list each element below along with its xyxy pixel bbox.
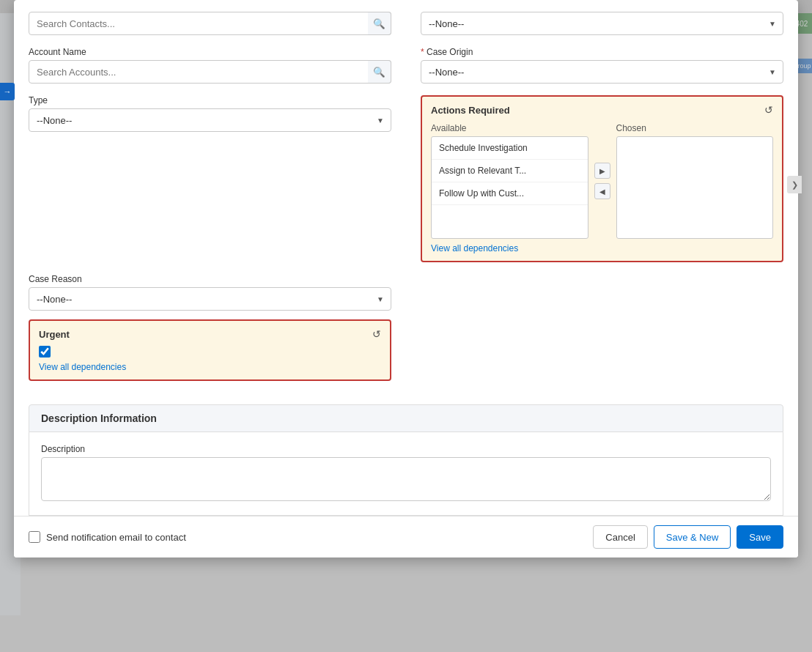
notification-label: Send notification email to contact: [46, 532, 186, 543]
modal-body: 🔍 --None-- ▼ Account Name: [14, 0, 798, 516]
case-origin-select-wrapper: --None-- ▼: [421, 60, 783, 84]
type-label: Type: [29, 95, 391, 105]
available-listbox[interactable]: Schedule Investigation Assign to Relevan…: [431, 136, 588, 239]
list-item[interactable]: Follow Up with Cust...: [432, 182, 588, 205]
contact-search-wrapper: 🔍: [29, 12, 391, 35]
left-nav-arrow[interactable]: →: [0, 83, 15, 100]
type-select[interactable]: --None--: [29, 108, 391, 132]
available-listbox-container: Available Schedule Investigation Assign …: [431, 123, 588, 239]
account-name-field: Account Name 🔍: [29, 47, 391, 84]
description-section-body: Description: [29, 432, 783, 516]
description-section-header: Description Information: [29, 404, 783, 432]
actions-required-reset[interactable]: ↺: [764, 104, 773, 116]
notification-checkbox[interactable]: [29, 531, 40, 543]
row-account-caseorigin: Account Name 🔍 Case Origin --None--: [29, 47, 783, 84]
urgent-title: Urgent: [39, 329, 70, 340]
contact-search-input[interactable]: [29, 12, 391, 35]
move-right-button[interactable]: ▶: [594, 163, 610, 179]
row-contacts-status: 🔍 --None-- ▼: [29, 12, 783, 35]
list-item[interactable]: Schedule Investigation: [432, 137, 588, 160]
row-case-reason: Case Reason --None-- ▼ Urgent ↺: [29, 274, 783, 393]
actions-required-header: Actions Required ↺: [431, 104, 773, 116]
urgent-header: Urgent ↺: [39, 328, 381, 340]
modal-dialog: 🔍 --None-- ▼ Account Name: [14, 0, 798, 557]
account-search-input[interactable]: [29, 60, 391, 84]
chosen-listbox-container: Chosen: [616, 123, 774, 239]
account-search-wrapper: 🔍: [29, 60, 391, 84]
status-select-wrapper: --None-- ▼: [421, 12, 783, 35]
chosen-listbox[interactable]: [616, 136, 774, 239]
chosen-label: Chosen: [616, 123, 774, 133]
cancel-button[interactable]: Cancel: [593, 525, 647, 549]
account-search-icon: 🔍: [373, 67, 385, 78]
contacts-field: 🔍: [29, 12, 391, 35]
urgent-checkbox[interactable]: [39, 346, 51, 358]
modal-overlay: 🔍 --None-- ▼ Account Name: [0, 0, 812, 652]
status-select[interactable]: --None--: [421, 12, 783, 35]
urgent-view-deps-link[interactable]: View all dependencies: [39, 362, 126, 372]
case-origin-label: Case Origin: [421, 47, 783, 57]
contact-search-button[interactable]: 🔍: [368, 12, 391, 35]
footer-left: Send notification email to contact: [29, 531, 186, 543]
contact-search-icon: 🔍: [373, 18, 385, 29]
modal-footer: Send notification email to contact Cance…: [14, 516, 798, 557]
type-select-wrapper: --None-- ▼: [29, 108, 391, 132]
account-search-button[interactable]: 🔍: [368, 60, 391, 84]
actions-required-field: Actions Required ↺ Available Schedule In…: [421, 95, 783, 262]
actions-required-box: Actions Required ↺ Available Schedule In…: [421, 95, 783, 262]
case-reason-select[interactable]: --None--: [29, 287, 391, 311]
save-button[interactable]: Save: [737, 525, 783, 549]
urgent-checkbox-wrapper: [39, 346, 381, 358]
available-label: Available: [431, 123, 588, 133]
urgent-box: Urgent ↺ View all dependencies: [29, 319, 391, 381]
footer-right: Cancel Save & New Save: [593, 525, 783, 549]
case-reason-label: Case Reason: [29, 274, 391, 284]
move-left-button[interactable]: ◀: [594, 183, 610, 199]
right-chevron[interactable]: ❯: [787, 176, 802, 193]
save-new-button[interactable]: Save & New: [654, 525, 731, 549]
dual-listbox: Available Schedule Investigation Assign …: [431, 123, 773, 239]
description-textarea[interactable]: [41, 457, 771, 501]
listbox-arrows: ▶ ◀: [594, 163, 610, 199]
actions-required-title: Actions Required: [431, 105, 510, 116]
status-field: --None-- ▼: [421, 12, 783, 35]
case-reason-select-wrapper: --None-- ▼: [29, 287, 391, 311]
case-origin-field: Case Origin --None-- ▼: [421, 47, 783, 84]
account-name-label: Account Name: [29, 47, 391, 57]
actions-view-deps-link[interactable]: View all dependencies: [431, 243, 518, 253]
case-origin-select[interactable]: --None--: [421, 60, 783, 84]
description-label: Description: [41, 444, 771, 454]
case-reason-field: Case Reason --None-- ▼ Urgent ↺: [29, 274, 391, 393]
list-item[interactable]: Assign to Relevant T...: [432, 160, 588, 182]
row-type-actions: Type --None-- ▼ Actions Required ↺: [29, 95, 783, 262]
type-field: Type --None-- ▼: [29, 95, 391, 132]
urgent-reset[interactable]: ↺: [372, 328, 381, 340]
